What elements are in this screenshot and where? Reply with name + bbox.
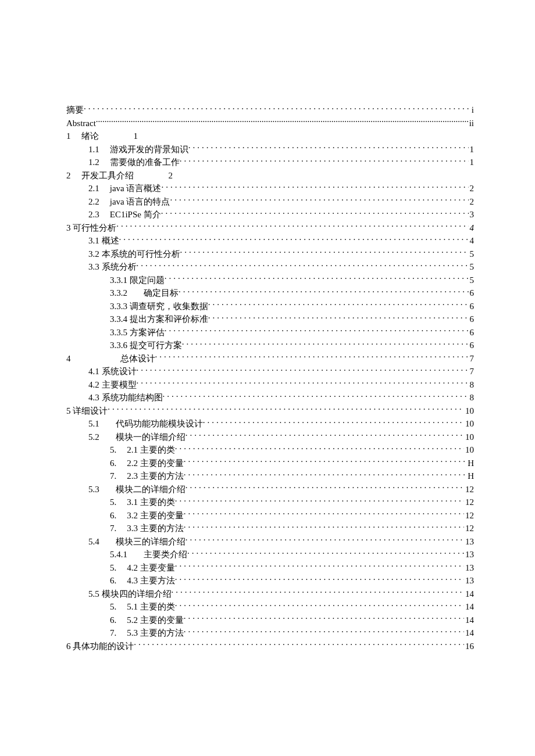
toc-entry-title: 5.3 主要的方法 (127, 626, 184, 640)
toc-entry-title: java 语言的特点 (110, 195, 170, 209)
toc-entry-page: 2 (469, 195, 475, 209)
toc-entry-number: 1 (66, 130, 71, 143)
toc-entry-title: 代码功能功能模块设计 (116, 417, 203, 431)
toc-row: 5.4模块三的详细介绍 13 (66, 535, 474, 549)
toc-entry-title: 2.3 主要的方法 (127, 470, 184, 483)
toc-leader (184, 627, 464, 636)
toc-leader (134, 640, 464, 649)
toc-entry-title: 模块二的详细介绍 (116, 483, 186, 496)
toc-row: 4.2 主要模型 8 (66, 378, 474, 392)
toc-row: 3.3 系统分析 5 (66, 260, 474, 274)
toc-entry-number: 5. (110, 443, 116, 457)
toc-entry-title: 3.3.6 提交可行方案 (110, 339, 182, 352)
toc-entry-title: 3.3.4 提出方案和评价标准 (110, 313, 208, 326)
toc-row: 7.2.3 主要的方法 H (66, 470, 474, 483)
toc-entry-page: 12 (464, 522, 474, 535)
toc-entry-page: 10 (464, 443, 474, 457)
toc-entry-title: 4.3 系统功能结构图 (88, 391, 163, 404)
toc-entry-page: H (466, 470, 474, 483)
toc-entry-number: 6. (110, 509, 116, 522)
toc-entry-number: 5.4.1 (110, 548, 127, 561)
toc-leader (163, 392, 469, 400)
toc-entry-page: 12 (464, 509, 474, 522)
toc-entry-title: 3.2 主要的变量 (127, 509, 184, 522)
toc-row: 5.5 模块四的详细介绍 14 (66, 587, 474, 601)
toc-row: 6.4.3 主要方法 13 (66, 574, 474, 587)
toc-leader (175, 444, 464, 453)
toc-entry-number: 5.4 (88, 535, 99, 549)
toc-entry-number: 2.3 (88, 208, 99, 221)
toc-entry-number: 4 (66, 352, 71, 366)
toc-entry-page: 13 (464, 561, 474, 575)
toc-row: 5.3模块二的详细介绍 12 (66, 483, 474, 496)
toc-entry-title: 5.1 主要的类 (127, 600, 175, 614)
toc-entry-title: java 语言概述 (110, 182, 162, 195)
toc-entry-title: Abstract (66, 117, 96, 130)
toc-entry-title: 5.5 模块四的详细介绍 (88, 587, 172, 601)
toc-leader (186, 536, 464, 544)
toc-entry-page: 5 (469, 248, 475, 261)
toc-row: 6.2.2 主要的变量 H (66, 457, 474, 470)
toc-leader (116, 222, 468, 231)
toc-entry-title: 游戏开发的背景知识 (110, 143, 188, 156)
toc-entry-title: 6 具体功能的设计 (66, 640, 134, 653)
toc-entry-page: 4 (469, 221, 475, 235)
toc-row: 5.2.1 主要的类 10 (66, 443, 474, 457)
toc-entry-title: 3.2 本系统的可行性分析 (88, 248, 180, 261)
toc-entry-page: 12 (464, 496, 474, 509)
toc-entry-number: 1.1 (88, 143, 99, 156)
toc-leader (186, 431, 464, 440)
toc-row: 5.4.1主要类介绍 13 (66, 548, 474, 561)
toc-leader (180, 156, 469, 165)
toc-entry-page: 6 (469, 300, 475, 313)
toc-entry-title: 确定目标 (144, 286, 179, 300)
toc-row: 6 具体功能的设计 16 (66, 640, 474, 653)
toc-entry-title: 主要类介绍 (144, 548, 187, 561)
toc-row: 1绪论1 (66, 130, 474, 143)
toc-entry-page: 6 (469, 326, 475, 339)
toc-row: 5.4.2 主要变量 13 (66, 561, 474, 575)
toc-leader (184, 510, 464, 518)
toc-leader (180, 248, 469, 257)
toc-leader (208, 313, 469, 322)
toc-leader (182, 339, 469, 348)
toc-row: 3.1 概述 4 (66, 234, 474, 248)
toc-row: 2.3EC1iPSe 简介 3 (66, 208, 474, 221)
toc-entry-number: 3.3.2 (110, 286, 127, 300)
toc-entry-title: 3.1 主要的类 (127, 496, 175, 509)
toc-leader (161, 209, 469, 217)
toc-entry-title: 3 可行性分析 (66, 221, 116, 235)
toc-row: 3.3.1 限定问题 5 (66, 274, 474, 287)
toc-row: 4.3 系统功能结构图 8 (66, 391, 474, 404)
toc-leader (184, 522, 464, 531)
toc-entry-page: 8 (469, 378, 475, 392)
toc-row: 2开发工具介绍2 (66, 169, 474, 182)
toc-row: 5.5.1 主要的类 14 (66, 600, 474, 614)
toc-entry-title: 4.2 主要变量 (127, 561, 175, 575)
toc-leader (186, 483, 464, 492)
toc-entry-number: 5. (110, 496, 116, 509)
toc-entry-page: ii (468, 117, 474, 130)
toc-row: 2.1java 语言概述 2 (66, 182, 474, 195)
toc-row: 摘要 i (66, 103, 474, 117)
toc-entry-title: 绪论 (81, 130, 99, 143)
toc-row: Abstract ii (66, 117, 474, 130)
toc-entry-number: 5.1 (88, 417, 99, 431)
toc-leader (161, 182, 468, 191)
toc-entry-title: 模块一的详细介绍 (116, 431, 186, 444)
toc-entry-title: 3.3.5 方案评估 (110, 326, 165, 339)
toc-entry-page: 10 (464, 431, 474, 444)
toc-entry-title: 3.3 主要的方法 (127, 522, 184, 535)
toc-entry-title: 4.2 主要模型 (88, 378, 137, 392)
toc-entry-page: 6 (469, 286, 475, 300)
toc-entry-title: EC1iPSe 简介 (110, 208, 161, 221)
toc-entry-number: 2.2 (88, 195, 99, 209)
toc-entry-page: 14 (464, 626, 474, 640)
toc-leader (175, 601, 464, 610)
toc-row: 2.2java 语言的特点 2 (66, 195, 474, 209)
toc-entry-page: 13 (464, 548, 474, 561)
toc-entry-title: 2.2 主要的变量 (127, 457, 184, 470)
toc-entry-number: 6. (110, 574, 116, 587)
toc-leader (165, 274, 469, 283)
toc-entry-number: 2.1 (88, 182, 99, 195)
